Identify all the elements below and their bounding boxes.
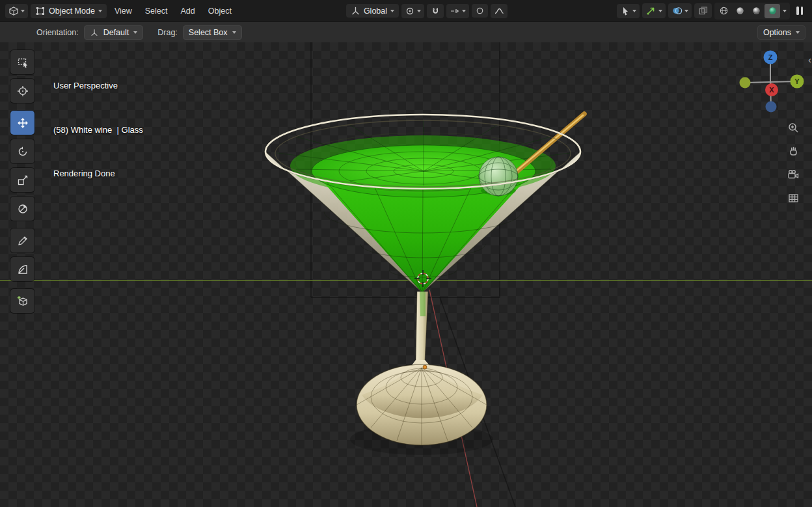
chevron-down-icon	[796, 31, 800, 34]
blender-window: Object Mode View Select Add Object Globa…	[0, 0, 812, 507]
transform-orientation-dropdown[interactable]: Global	[346, 4, 399, 18]
chevron-down-icon	[417, 10, 421, 12]
render-status-label: Rendering Done	[53, 167, 143, 182]
zoom-icon	[787, 122, 800, 134]
proportional-falloff-dropdown[interactable]	[491, 4, 508, 18]
sidebar-collapse-arrow[interactable]: ‹	[808, 54, 811, 65]
navigation-gizmo[interactable]: Z Y X	[733, 42, 807, 117]
mode-label: Object Mode	[49, 7, 95, 16]
tool-settings-bar: Orientation: Default Drag: Select Box Op…	[0, 21, 812, 42]
chevron-down-icon	[462, 10, 466, 12]
wireframe-shading-icon	[719, 6, 729, 16]
hand-icon	[787, 145, 800, 158]
view-perspective-label: User Perspective	[53, 79, 143, 94]
chevron-down-icon	[21, 10, 25, 12]
martini-glass	[264, 114, 584, 455]
gizmo-x-label: X	[769, 86, 774, 94]
menu-view[interactable]: View	[109, 4, 137, 18]
snap-target-dropdown[interactable]	[446, 4, 469, 18]
mouse-select-icon	[620, 6, 630, 16]
proportional-editing-toggle[interactable]	[472, 4, 488, 18]
object-origin-dot	[423, 365, 427, 369]
options-label: Options	[763, 28, 791, 37]
orientation-field-label: Orientation:	[36, 28, 79, 37]
show-overlays-dropdown[interactable]	[668, 3, 692, 18]
gizmo-y-label: Y	[794, 77, 800, 85]
camera-icon	[787, 169, 800, 181]
menu-select[interactable]: Select	[140, 4, 173, 18]
drag-label: Drag:	[157, 28, 178, 37]
pivot-point-icon	[405, 6, 415, 16]
grid-icon	[787, 192, 800, 204]
zoom-button[interactable]	[785, 119, 802, 136]
glass-stem	[416, 292, 428, 361]
snap-toggle[interactable]	[427, 4, 444, 18]
falloff-curve-icon	[494, 6, 504, 16]
show-gizmo-dropdown[interactable]	[642, 3, 666, 18]
shading-rendered-button[interactable]	[765, 4, 780, 18]
menu-add[interactable]: Add	[176, 4, 200, 18]
chevron-down-icon	[658, 10, 662, 12]
chevron-down-icon	[783, 10, 787, 12]
tool-select-box[interactable]	[10, 50, 34, 74]
tool-move[interactable]	[10, 111, 34, 135]
pivot-point-dropdown[interactable]	[401, 4, 424, 18]
chevron-down-icon	[684, 10, 688, 12]
tool-add-cube[interactable]	[10, 289, 34, 313]
material-preview-icon	[751, 6, 761, 16]
viewport-header: Object Mode View Select Add Object Globa…	[0, 0, 812, 21]
viewport-nav-controls	[785, 119, 802, 206]
object-mode-icon	[35, 6, 46, 16]
shading-material-button[interactable]	[748, 4, 764, 18]
gizmo-z-neg-axis[interactable]	[766, 102, 777, 113]
gizmo-y-neg-axis[interactable]	[740, 77, 751, 89]
orthographic-toggle-button[interactable]	[785, 189, 802, 206]
xray-toggle[interactable]	[694, 3, 712, 18]
magnet-icon	[430, 6, 440, 16]
orientation-axes-icon	[90, 28, 99, 37]
shading-wireframe-button[interactable]	[716, 4, 731, 18]
orientation-default-dropdown[interactable]: Default	[84, 25, 144, 40]
chevron-down-icon	[133, 31, 137, 34]
orientation-value: Default	[103, 28, 129, 37]
active-object-label: (58) White wine | Glass	[53, 123, 143, 138]
chevron-down-icon	[98, 10, 102, 12]
orientation-label: Global	[364, 7, 387, 16]
3d-viewport-editor-icon	[8, 6, 19, 16]
rendered-shading-icon	[768, 6, 778, 16]
tool-transform[interactable]	[10, 197, 34, 221]
tool-annotate[interactable]	[10, 228, 34, 253]
pan-button[interactable]	[785, 143, 802, 159]
menu-object[interactable]: Object	[203, 4, 237, 18]
editor-type-button[interactable]	[5, 4, 28, 18]
overlays-icon	[671, 5, 683, 16]
gizmo-icon	[645, 5, 656, 16]
tool-rotate[interactable]	[10, 139, 34, 163]
drag-value: Select Box	[189, 28, 228, 37]
pause-bars-icon[interactable]	[792, 4, 807, 18]
tool-scale[interactable]	[10, 168, 34, 192]
mouse-select-dropdown[interactable]	[617, 4, 640, 18]
camera-view-button[interactable]	[785, 166, 802, 183]
glass-foot	[350, 360, 493, 455]
drag-mode-dropdown[interactable]: Select Box	[183, 25, 242, 40]
chevron-down-icon	[632, 10, 636, 12]
tool-cursor[interactable]	[10, 79, 34, 103]
global-axes-icon	[351, 6, 360, 16]
mode-dropdown[interactable]: Object Mode	[31, 4, 107, 18]
snap-increment-icon	[450, 6, 460, 16]
shading-mode-group	[714, 3, 790, 20]
proportional-editing-icon	[475, 6, 485, 16]
olive	[479, 157, 518, 196]
viewport-info-overlay: User Perspective (58) White wine | Glass…	[53, 49, 143, 211]
options-dropdown[interactable]: Options	[757, 25, 805, 40]
chevron-down-icon	[232, 31, 236, 34]
solid-shading-icon	[735, 6, 745, 16]
xray-icon	[697, 5, 709, 16]
toolbar	[10, 50, 34, 318]
chevron-down-icon	[390, 10, 394, 12]
shading-solid-button[interactable]	[732, 4, 748, 18]
3d-viewport[interactable]: User Perspective (58) White wine | Glass…	[0, 42, 812, 507]
gizmo-z-label: Z	[768, 53, 773, 61]
tool-measure[interactable]	[10, 257, 34, 281]
